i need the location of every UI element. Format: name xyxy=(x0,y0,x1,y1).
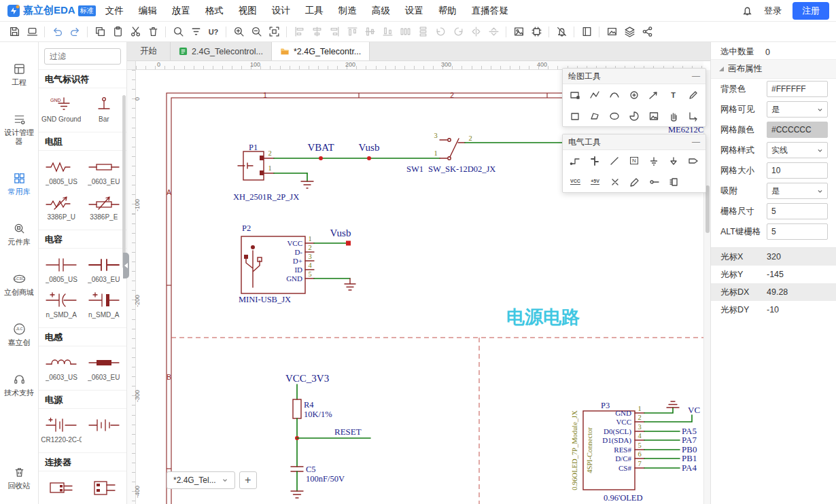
zoom-out-icon[interactable] xyxy=(247,24,265,40)
line-tool-icon[interactable] xyxy=(605,152,625,169)
vcc-flag-tool-icon[interactable]: VCC xyxy=(565,173,585,190)
netflag-tool-icon[interactable] xyxy=(663,152,683,169)
arrow-tool-icon[interactable] xyxy=(644,86,663,103)
polyline-tool-icon[interactable] xyxy=(585,86,605,103)
pin-tool-icon[interactable] xyxy=(644,173,664,190)
zoom-in-icon[interactable] xyxy=(230,24,247,40)
mirror-horizontal-icon[interactable] xyxy=(467,24,485,40)
net-wires-p3[interactable]: VC PA5 PA7 PB0 PB1 PA4 xyxy=(644,401,700,473)
library-item-pot-eu[interactable]: 3386P_E xyxy=(83,190,126,226)
library-filter-input[interactable] xyxy=(44,48,121,65)
library-item-pot-us[interactable]: 3386P_U xyxy=(40,190,83,226)
alt-grid-input[interactable] xyxy=(767,223,828,240)
sidebar-item-design-manager[interactable]: 设计管理器 xyxy=(0,113,38,146)
sidebar-item-lcsc-mall[interactable]: LCSC 立创商城 xyxy=(0,272,38,297)
component-sw1[interactable]: 3 1 2 SW1 SW_SK-12D02_JX xyxy=(406,132,495,174)
pie-tool-icon[interactable] xyxy=(625,107,644,124)
ground-tool-icon[interactable] xyxy=(644,152,663,169)
library-item-battery-a[interactable]: CR1220-2C-047B-13 xyxy=(40,413,83,448)
copy-icon[interactable] xyxy=(91,24,109,40)
plus5v-flag-tool-icon[interactable]: +5V xyxy=(585,173,605,190)
grid-visible-select[interactable]: 是 xyxy=(767,101,828,118)
panel-layout-icon[interactable] xyxy=(578,24,595,40)
menu-settings[interactable]: 设置 xyxy=(405,5,423,17)
menu-place[interactable]: 放置 xyxy=(172,5,190,17)
net-wire-p2[interactable]: Vusb xyxy=(314,228,355,290)
snap-select[interactable]: 是 xyxy=(767,183,828,199)
menu-live-qa[interactable]: 直播答疑 xyxy=(472,5,508,17)
component-p1[interactable]: P1 2 1 XH_2501R_2P_JX xyxy=(233,143,299,202)
group-pins-tool-icon[interactable] xyxy=(664,173,684,190)
rotate-left-icon[interactable] xyxy=(432,24,449,40)
grid-style-select[interactable]: 实线 xyxy=(767,142,828,158)
library-item-inductor-us[interactable]: _0603_US xyxy=(40,350,83,386)
zoom-fit-icon[interactable] xyxy=(265,24,283,40)
polygon-tool-icon[interactable] xyxy=(585,107,605,124)
tab-start[interactable]: 开始 xyxy=(127,42,171,60)
redo-icon[interactable] xyxy=(66,24,84,40)
image-tool-icon[interactable] xyxy=(510,24,527,40)
library-item-connector-b[interactable] xyxy=(83,475,126,503)
library-item-battery-b[interactable] xyxy=(83,413,126,448)
menu-advanced[interactable]: 高级 xyxy=(372,5,390,17)
menu-design[interactable]: 设计 xyxy=(272,5,290,17)
wire-tool-icon[interactable] xyxy=(565,152,585,169)
align-top-icon[interactable] xyxy=(343,24,361,40)
mute-notifications-icon[interactable] xyxy=(553,24,570,40)
symbol-help-icon[interactable]: U? xyxy=(205,24,222,40)
align-right-icon[interactable] xyxy=(326,24,343,40)
align-left-icon[interactable] xyxy=(290,24,308,40)
align-middle-icon[interactable] xyxy=(361,24,379,40)
grid-color-input[interactable] xyxy=(767,122,828,138)
arc-tool-icon[interactable] xyxy=(605,86,625,103)
no-connect-tool-icon[interactable] xyxy=(605,173,625,190)
delete-icon[interactable] xyxy=(144,24,162,40)
symbol-wizard-icon[interactable] xyxy=(527,24,545,40)
menu-format[interactable]: 格式 xyxy=(205,5,224,17)
library-item-cap-eu[interactable]: _0603_EU xyxy=(83,253,126,288)
sidebar-item-parts-library[interactable]: 元件库 xyxy=(0,222,38,247)
library-item-cap-polar-a[interactable]: n_SMD_A xyxy=(40,288,83,323)
netlabel-tool-icon[interactable]: N xyxy=(625,152,644,169)
power-section-title[interactable]: 电源电路 xyxy=(506,307,580,327)
add-sheet-button[interactable]: + xyxy=(239,471,257,489)
probe-tool-icon[interactable] xyxy=(625,173,644,190)
netport-tool-icon[interactable] xyxy=(683,152,703,169)
library-scrollbar[interactable] xyxy=(122,95,126,268)
distribute-horizontal-icon[interactable] xyxy=(396,24,414,40)
layers-icon[interactable] xyxy=(621,24,638,40)
library-section-electrical-identifiers[interactable]: 电气标识符 xyxy=(39,69,126,88)
align-center-horizontal-icon[interactable] xyxy=(308,24,326,40)
sidebar-item-support[interactable]: 技术支持 xyxy=(0,373,38,397)
ellipse-tool-icon[interactable] xyxy=(605,107,625,124)
save-icon[interactable] xyxy=(5,24,23,40)
tab-schematic-active[interactable]: *2.4G_Telecontr... xyxy=(272,42,370,60)
component-p2[interactable]: P2 VCC D- D+ ID GND 1 xyxy=(239,223,314,304)
grid-size-input[interactable] xyxy=(767,162,828,179)
library-item-resistor-us[interactable]: _0805_US xyxy=(40,155,83,190)
library-section-capacitors[interactable]: 电容 xyxy=(39,230,126,249)
text-tool-icon[interactable]: T xyxy=(663,86,683,103)
menu-edit[interactable]: 编辑 xyxy=(139,5,157,17)
library-item-cap-polar-b[interactable]: n_SMD_A xyxy=(83,288,126,323)
sheet-tab-current[interactable]: *2.4G_Tel... xyxy=(167,471,235,489)
photo-export-icon[interactable] xyxy=(603,24,621,40)
corner-tool-icon[interactable] xyxy=(683,107,703,124)
pencil-tool-icon[interactable] xyxy=(683,86,703,103)
library-item-connector-a[interactable] xyxy=(40,475,83,503)
minimize-icon[interactable]: — xyxy=(692,137,700,147)
pan-hand-tool-icon[interactable] xyxy=(663,107,683,124)
login-link[interactable]: 登录 xyxy=(764,5,782,17)
library-item-inductor-eu[interactable]: _0603_EU xyxy=(83,350,126,386)
sidebar-item-common-library[interactable]: 常用库 xyxy=(0,172,38,196)
search-icon[interactable] xyxy=(169,24,187,40)
cut-icon[interactable] xyxy=(126,24,144,40)
menu-fabrication[interactable]: 制造 xyxy=(338,5,357,17)
menu-view[interactable]: 视图 xyxy=(239,5,257,17)
menu-file[interactable]: 文件 xyxy=(105,5,124,17)
rotate-right-icon[interactable] xyxy=(449,24,467,40)
library-item-cap-us[interactable]: _0805_US xyxy=(40,253,83,288)
scrollbar-thumb[interactable] xyxy=(706,185,710,233)
library-section-resistors[interactable]: 电阻 xyxy=(39,132,126,151)
sidebar-item-jlc[interactable]: JLC 嘉立创 xyxy=(0,323,38,347)
